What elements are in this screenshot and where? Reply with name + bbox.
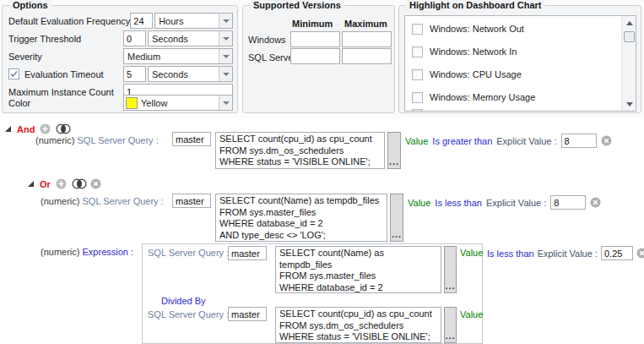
windows-min-input[interactable] <box>290 31 340 47</box>
chevron-down-icon <box>223 37 230 41</box>
cond1-database-input[interactable] <box>172 132 211 146</box>
cond2-edit-query-button[interactable]: ... <box>390 194 403 242</box>
cond2-explicit-label: Explicit Value : <box>486 198 546 208</box>
expr-delete-button[interactable] <box>636 248 644 259</box>
timeout-unit-value: Seconds <box>149 69 219 79</box>
list-scrollbar[interactable] <box>621 16 636 111</box>
supported-versions-groupbox: Supported Versions Minimum Maximum Windo… <box>242 5 395 113</box>
checkbox-windows-hard-faults[interactable] <box>412 109 423 112</box>
cond2-sql-textarea[interactable]: SELECT count(Name) as tempdb_files FROM … <box>215 194 387 242</box>
sql-server-min-input[interactable] <box>290 48 340 64</box>
windows-max-input[interactable] <box>342 31 392 47</box>
cond1-operator[interactable]: Is greater than <box>432 136 492 146</box>
cond1-explicit-label: Explicit Value : <box>496 136 556 146</box>
list-item-label: Windows: Network In <box>430 46 517 57</box>
numeric-prefix: (numeric) <box>41 247 79 257</box>
numeric-prefix: (numeric) <box>41 196 79 206</box>
highlight-title: Highlight on Dashboard Chart <box>406 0 544 10</box>
checkbox-windows-network-out[interactable] <box>412 24 423 35</box>
checkbox-windows-cpu-usage[interactable] <box>412 69 423 80</box>
close-icon <box>90 178 101 189</box>
threshold-value-input[interactable] <box>123 30 146 46</box>
timeout-unit-dropdown-button[interactable] <box>219 67 232 81</box>
timeout-value-input[interactable] <box>123 66 146 82</box>
or-node-row: Or <box>27 178 101 189</box>
cond2-comparison: Value Is less than Explicit Value : <box>408 195 601 210</box>
severity-combo[interactable]: Medium <box>123 48 233 64</box>
cond1-explicit-value-input[interactable] <box>561 134 597 148</box>
expr-q2-database-input[interactable] <box>228 307 267 321</box>
cond2-delete-button[interactable] <box>590 197 601 208</box>
expr-q1-database-input[interactable] <box>228 246 267 260</box>
arrow-up-icon <box>626 21 633 25</box>
threshold-unit-dropdown-button[interactable] <box>219 31 232 46</box>
cond2-value-label: Value <box>408 198 430 208</box>
cond1-sql-textarea[interactable]: SELECT count(cpu_id) as cpu_count FROM s… <box>215 132 385 169</box>
chevron-down-icon <box>223 55 230 58</box>
cond1-delete-button[interactable] <box>601 135 612 146</box>
cond2-database-input[interactable] <box>172 194 211 208</box>
list-item[interactable]: Windows: Hard Faults <box>412 107 521 112</box>
freq-unit-combo[interactable]: Hours <box>154 13 233 29</box>
scrollbar-thumb[interactable] <box>624 31 635 42</box>
freq-label: Default Evaluation Frequency <box>8 16 130 26</box>
expr-q1-edit-query-button[interactable]: ... <box>444 246 457 293</box>
cond1-comparison: Value Is greater than Explicit Value : <box>405 134 612 148</box>
plus-icon <box>40 123 51 134</box>
sql-server-max-input[interactable] <box>342 48 392 64</box>
list-item[interactable]: Windows: Memory Usage <box>412 90 535 104</box>
group-conditions-button[interactable] <box>72 178 87 189</box>
check-icon <box>10 70 18 78</box>
color-row: Color Yellow <box>8 94 233 112</box>
evaluation-timeout-checkbox[interactable] <box>8 68 19 79</box>
group-conditions-button[interactable] <box>56 123 71 134</box>
expr-explicit-value-input[interactable] <box>601 246 633 260</box>
scroll-up-button[interactable] <box>622 16 636 30</box>
cond2-explicit-value-input[interactable] <box>550 195 586 210</box>
expr-q2-edit-query-button[interactable]: ... <box>444 307 457 343</box>
condition-tree: And (numeric) SQL Server Query : SELECT … <box>0 118 644 344</box>
expr-q2-value-label: Value <box>460 309 483 319</box>
expr-q2-sql-textarea[interactable]: SELECT count(cpu_id) as cpu_count FROM s… <box>275 307 441 343</box>
sql-server-query-label: SQL Server Query : <box>83 196 164 206</box>
add-condition-button[interactable] <box>56 178 67 189</box>
sql-server-query-label: SQL Server Query : <box>148 248 229 258</box>
expr-q1-sql-textarea[interactable]: SELECT count(Name) as tempdb_files FROM … <box>275 246 441 293</box>
severity-dropdown-button[interactable] <box>219 49 232 63</box>
expander-icon[interactable] <box>27 180 35 188</box>
color-combo[interactable]: Yellow <box>123 95 233 111</box>
cond1-edit-query-button[interactable]: ... <box>387 132 401 169</box>
freq-unit-dropdown-button[interactable] <box>219 14 232 28</box>
color-label: Color <box>8 98 30 108</box>
group-icon <box>56 123 71 134</box>
color-value: Yellow <box>141 98 219 108</box>
or-node-label[interactable]: Or <box>40 179 51 189</box>
or-delete-button[interactable] <box>90 178 101 189</box>
list-item[interactable]: Windows: CPU Usage <box>412 68 522 81</box>
and-node-row: And <box>4 123 71 134</box>
freq-value-input[interactable] <box>130 13 153 29</box>
and-node-label[interactable]: And <box>17 124 35 134</box>
threshold-label: Trigger Threshold <box>8 34 81 44</box>
expr-operator[interactable]: Is less than <box>487 248 534 259</box>
list-item[interactable]: Windows: Network Out <box>412 22 524 35</box>
list-item[interactable]: Windows: Network In <box>412 45 517 58</box>
threshold-unit-combo[interactable]: Seconds <box>148 30 233 46</box>
timeout-unit-combo[interactable]: Seconds <box>148 66 233 82</box>
plus-icon <box>56 178 67 189</box>
threshold-unit-value: Seconds <box>149 34 219 44</box>
options-groupbox: Options Default Evaluation Frequency Hou… <box>2 5 238 113</box>
expr-explicit-label: Explicit Value : <box>538 248 598 259</box>
cond2-operator[interactable]: Is less than <box>435 198 482 208</box>
checkbox-windows-memory-usage[interactable] <box>412 92 423 103</box>
threshold-row: Trigger Threshold Seconds <box>8 30 233 46</box>
expander-icon[interactable] <box>4 125 12 133</box>
settings-band: Options Default Evaluation Frequency Hou… <box>0 0 644 118</box>
checkbox-windows-network-in[interactable] <box>412 46 423 57</box>
expr-q1-value-label: Value <box>460 248 483 258</box>
color-dropdown-button[interactable] <box>219 96 232 110</box>
divided-by-label[interactable]: Divided By <box>161 296 206 306</box>
add-condition-button[interactable] <box>40 123 51 134</box>
highlight-listbox: Windows: Network Out Windows: Network In… <box>404 15 636 112</box>
scroll-down-button[interactable] <box>622 97 636 111</box>
